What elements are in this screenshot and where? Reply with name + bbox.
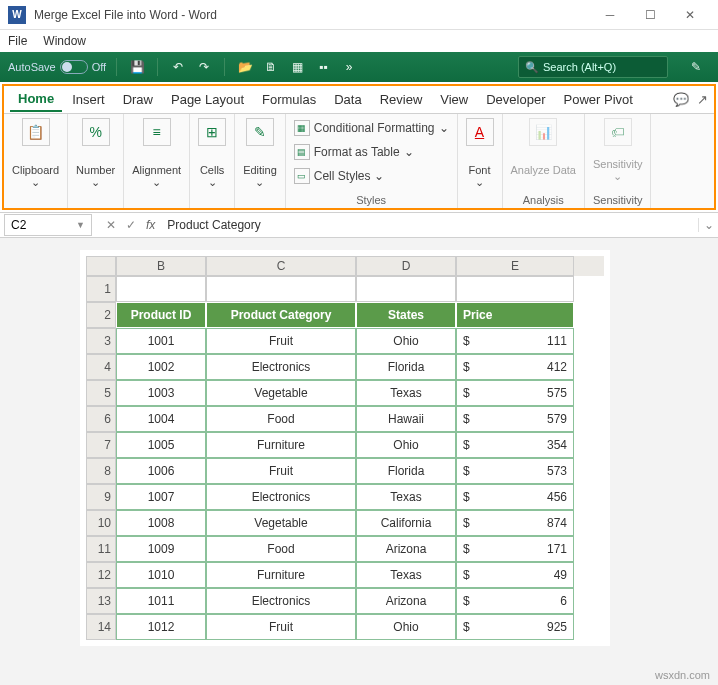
row-header[interactable]: 6 — [86, 406, 116, 432]
cell[interactable]: Vegetable — [206, 510, 356, 536]
price-cell[interactable]: $579 — [456, 406, 574, 432]
grid-icon[interactable]: ▪▪ — [313, 57, 333, 77]
row-header[interactable]: 8 — [86, 458, 116, 484]
cell[interactable]: Fruit — [206, 614, 356, 640]
cell[interactable]: Ohio — [356, 328, 456, 354]
autosave-toggle[interactable]: AutoSave Off — [8, 60, 106, 74]
cell[interactable]: Florida — [356, 354, 456, 380]
tab-review[interactable]: Review — [372, 88, 431, 111]
clipboard-label[interactable]: Clipboard — [12, 164, 59, 176]
header-cell[interactable]: Price — [456, 302, 574, 328]
cell[interactable]: Arizona — [356, 588, 456, 614]
tab-page-layout[interactable]: Page Layout — [163, 88, 252, 111]
font-label[interactable]: Font — [469, 164, 491, 176]
redo-icon[interactable]: ↷ — [194, 57, 214, 77]
cell[interactable]: Texas — [356, 562, 456, 588]
select-all-corner[interactable] — [86, 256, 116, 276]
tab-insert[interactable]: Insert — [64, 88, 113, 111]
analyze-icon[interactable]: 📊 — [529, 118, 557, 146]
percent-icon[interactable]: % — [82, 118, 110, 146]
close-button[interactable]: ✕ — [670, 1, 710, 29]
cells-label[interactable]: Cells — [200, 164, 224, 176]
cell[interactable] — [206, 276, 356, 302]
cell[interactable]: 1002 — [116, 354, 206, 380]
cell[interactable]: Food — [206, 406, 356, 432]
formula-input[interactable]: Product Category — [161, 218, 698, 232]
new-icon[interactable]: 🗎 — [261, 57, 281, 77]
enter-icon[interactable]: ✓ — [126, 218, 136, 232]
sensitivity-icon[interactable]: 🏷 — [604, 118, 632, 146]
row-header[interactable]: 4 — [86, 354, 116, 380]
pen-icon[interactable]: ✎ — [686, 57, 706, 77]
embedded-excel-object[interactable]: B C D E 12Product IDProduct CategoryStat… — [80, 250, 610, 646]
cell[interactable]: 1008 — [116, 510, 206, 536]
price-cell[interactable]: $575 — [456, 380, 574, 406]
cell[interactable]: 1010 — [116, 562, 206, 588]
editing-label[interactable]: Editing — [243, 164, 277, 176]
cell[interactable]: Fruit — [206, 458, 356, 484]
row-header[interactable]: 12 — [86, 562, 116, 588]
price-cell[interactable]: $111 — [456, 328, 574, 354]
header-cell[interactable]: Product Category — [206, 302, 356, 328]
tab-data[interactable]: Data — [326, 88, 369, 111]
cell[interactable]: Electronics — [206, 354, 356, 380]
menu-window[interactable]: Window — [43, 34, 86, 48]
cell-styles-button[interactable]: ▭Cell Styles ⌄ — [294, 166, 385, 186]
row-header[interactable]: 9 — [86, 484, 116, 510]
cell[interactable]: 1012 — [116, 614, 206, 640]
save-icon[interactable]: 💾 — [127, 57, 147, 77]
cell[interactable]: Electronics — [206, 588, 356, 614]
col-header-c[interactable]: C — [206, 256, 356, 276]
cell[interactable]: Arizona — [356, 536, 456, 562]
format-as-table-button[interactable]: ▤Format as Table ⌄ — [294, 142, 414, 162]
col-header-e[interactable]: E — [456, 256, 574, 276]
row-header[interactable]: 2 — [86, 302, 116, 328]
price-cell[interactable]: $925 — [456, 614, 574, 640]
cell[interactable]: Fruit — [206, 328, 356, 354]
tab-home[interactable]: Home — [10, 87, 62, 112]
cell[interactable]: 1007 — [116, 484, 206, 510]
tab-power-pivot[interactable]: Power Pivot — [556, 88, 641, 111]
cell[interactable]: 1001 — [116, 328, 206, 354]
cancel-icon[interactable]: ✕ — [106, 218, 116, 232]
search-input[interactable]: 🔍 Search (Alt+Q) — [518, 56, 668, 78]
cell[interactable]: California — [356, 510, 456, 536]
header-cell[interactable]: States — [356, 302, 456, 328]
number-label[interactable]: Number — [76, 164, 115, 176]
conditional-formatting-button[interactable]: ▦Conditional Formatting ⌄ — [294, 118, 449, 138]
price-cell[interactable]: $573 — [456, 458, 574, 484]
cell[interactable]: Ohio — [356, 432, 456, 458]
cell[interactable]: Food — [206, 536, 356, 562]
price-cell[interactable]: $354 — [456, 432, 574, 458]
comments-icon[interactable]: 💬 — [673, 92, 689, 107]
share-icon[interactable]: ↗ — [697, 92, 708, 107]
price-cell[interactable]: $874 — [456, 510, 574, 536]
col-header-b[interactable]: B — [116, 256, 206, 276]
more-icon[interactable]: » — [339, 57, 359, 77]
row-header[interactable]: 13 — [86, 588, 116, 614]
tab-view[interactable]: View — [432, 88, 476, 111]
align-icon[interactable]: ≡ — [143, 118, 171, 146]
header-cell[interactable]: Product ID — [116, 302, 206, 328]
cell[interactable]: Furniture — [206, 432, 356, 458]
cell[interactable]: Electronics — [206, 484, 356, 510]
maximize-button[interactable]: ☐ — [630, 1, 670, 29]
open-icon[interactable]: 📂 — [235, 57, 255, 77]
row-header[interactable]: 14 — [86, 614, 116, 640]
cell[interactable]: 1005 — [116, 432, 206, 458]
cells-icon[interactable]: ⊞ — [198, 118, 226, 146]
editing-icon[interactable]: ✎ — [246, 118, 274, 146]
col-header-d[interactable]: D — [356, 256, 456, 276]
cell[interactable]: Ohio — [356, 614, 456, 640]
tab-formulas[interactable]: Formulas — [254, 88, 324, 111]
cell[interactable]: 1011 — [116, 588, 206, 614]
cell[interactable]: 1003 — [116, 380, 206, 406]
cell[interactable]: 1006 — [116, 458, 206, 484]
tab-developer[interactable]: Developer — [478, 88, 553, 111]
cell[interactable]: Texas — [356, 380, 456, 406]
cell[interactable] — [116, 276, 206, 302]
fx-label[interactable]: fx — [146, 218, 161, 232]
tab-draw[interactable]: Draw — [115, 88, 161, 111]
row-header[interactable]: 1 — [86, 276, 116, 302]
menu-file[interactable]: File — [8, 34, 27, 48]
